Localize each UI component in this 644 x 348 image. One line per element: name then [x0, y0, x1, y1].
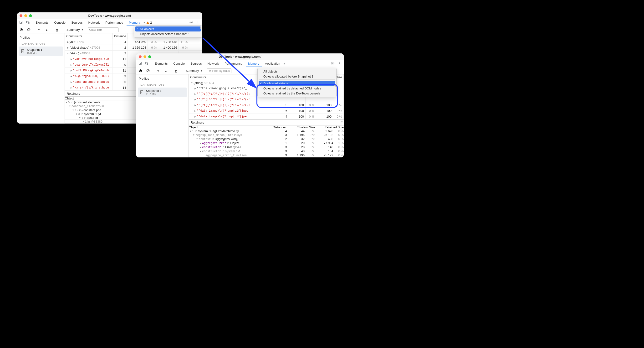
col-retained[interactable]: Retained Size — [315, 125, 344, 129]
col-distance[interactable]: Distance▲ — [269, 125, 287, 129]
device-icon[interactable] — [25, 20, 31, 26]
snapshots-section-label: HEAP SNAPSHOTS — [136, 81, 188, 87]
dropdown-option[interactable]: Objects allocated before Snapshot 1 — [135, 32, 201, 37]
view-selector[interactable]: Summary ▼ — [64, 28, 85, 32]
titlebar[interactable]: DevTools - www.google.com/ — [136, 54, 344, 60]
devtools-window-2: DevTools - www.google.com/ Elements Cons… — [136, 54, 344, 157]
tab-elements[interactable]: Elements — [152, 60, 170, 67]
col-constructor[interactable]: Constructor — [65, 33, 112, 39]
divider — [258, 79, 335, 80]
menu-icon[interactable]: ≡ — [341, 120, 343, 124]
snapshot-size: 11.7 MB — [146, 93, 162, 95]
upload-icon[interactable] — [156, 68, 161, 74]
tab-sources[interactable]: Sources — [69, 19, 85, 26]
retainers-columns: Object Distance▲ Shallow Size Retained S… — [189, 125, 344, 129]
table-row[interactable]: ▶constructor in system / M3400 %1040 % — [189, 149, 344, 153]
dropdown-option[interactable]: Objects retained by detached DOM nodes — [258, 86, 335, 91]
clear-icon[interactable] — [146, 68, 151, 74]
col-distance[interactable]: Distance — [112, 33, 128, 39]
titlebar[interactable]: DevTools - www.google.com/ — [17, 13, 202, 19]
kebab-icon[interactable]: ⋮ — [336, 61, 342, 67]
chevron-down-icon: ▼ — [81, 29, 84, 31]
close-icon[interactable] — [20, 14, 22, 17]
dropdown-option[interactable]: ✓ All objects — [135, 27, 201, 32]
tab-application[interactable]: Application — [263, 60, 283, 67]
view-selector[interactable]: Summary ▼ — [184, 69, 204, 73]
inspect-icon[interactable] — [18, 20, 24, 26]
tab-network[interactable]: Network — [86, 19, 102, 26]
table-row[interactable]: aggregate_error_function31 1960 %25 1920… — [189, 153, 344, 157]
gc-icon[interactable] — [174, 68, 179, 74]
chevron-down-icon: ▼ — [200, 70, 202, 72]
device-icon[interactable] — [144, 61, 150, 67]
clear-icon[interactable] — [26, 27, 32, 33]
record-icon[interactable] — [18, 27, 24, 33]
table-row[interactable]: ▼regexp_last_match_info in sys31 1960 %2… — [189, 133, 344, 137]
more-tabs-icon[interactable]: » — [284, 62, 285, 65]
gear-icon[interactable] — [188, 20, 194, 26]
class-filter-input[interactable]: Filter by class — [207, 69, 232, 73]
class-filter-input[interactable] — [88, 28, 119, 32]
tab-console[interactable]: Console — [171, 60, 187, 67]
dropdown-option[interactable]: Objects retained by the DevTools console — [258, 91, 335, 96]
object-filter-dropdown[interactable]: ✓ All objects Objects allocated before S… — [134, 25, 202, 38]
upload-icon[interactable] — [36, 27, 42, 33]
check-icon: ✓ — [260, 82, 262, 85]
more-tabs-icon[interactable]: » — [144, 21, 145, 24]
gc-icon[interactable] — [54, 27, 60, 33]
table-row[interactable]: ▶"^data:image\\/(?:bmp|gif|jpeg61000 %10… — [189, 108, 344, 114]
tab-console[interactable]: Console — [52, 19, 68, 26]
download-icon[interactable] — [44, 27, 49, 33]
table-row[interactable]: ▼context in AggregateError()2320 %4080 % — [189, 137, 344, 141]
zoom-icon[interactable] — [29, 14, 32, 17]
snapshot-icon — [140, 90, 144, 94]
table-row[interactable]: ▶AggregateError in Object1200 %77 9041 % — [189, 141, 344, 145]
tab-performance[interactable]: Performance — [222, 60, 244, 67]
close-icon[interactable] — [139, 55, 142, 58]
dropdown-option-label: All objects — [140, 27, 154, 31]
warning-badge[interactable]: 2 — [146, 21, 152, 24]
gear-icon[interactable] — [330, 61, 336, 67]
tab-network[interactable]: Network — [205, 60, 222, 67]
col-object[interactable]: Object — [189, 125, 269, 129]
tab-elements[interactable]: Elements — [33, 19, 51, 26]
svg-rect-8 — [56, 29, 58, 31]
record-icon[interactable] — [138, 68, 143, 74]
scrollbar-thumb[interactable] — [334, 84, 336, 87]
snapshot-icon — [21, 49, 25, 53]
tab-memory[interactable]: Memory — [126, 19, 142, 26]
kebab-icon[interactable]: ⋮ — [195, 20, 201, 26]
dropdown-option[interactable]: ✓ Duplicated strings — [258, 81, 335, 86]
svg-line-18 — [147, 70, 149, 72]
download-icon[interactable] — [163, 68, 168, 74]
window-controls[interactable] — [20, 14, 32, 17]
tab-performance[interactable]: Performance — [103, 19, 125, 26]
view-selector-label: Summary — [66, 28, 80, 32]
dropdown-option-label: Objects allocated before Snapshot 1 — [263, 75, 314, 78]
dropdown-option[interactable]: All objects — [258, 69, 335, 74]
zoom-icon[interactable] — [148, 55, 151, 58]
table-row[interactable]: ▶(object shape) ×2700821 359 1049 %1 400… — [65, 45, 202, 51]
table-row[interactable]: ▼1 in system / RegExpMatchInfo @4440 %2 … — [189, 129, 344, 133]
window-controls[interactable] — [139, 55, 151, 58]
table-row[interactable]: ▶"^(?:([^:/?#.]+):)?(?:\\/\\/(?: — [189, 97, 344, 102]
minimize-icon[interactable] — [24, 14, 27, 17]
table-row[interactable]: ▶"^(?:([^:/?#.]+):)?(?:\\/\\/(?:51800 %1… — [189, 102, 344, 108]
snapshot-name: Snapshot 1 — [27, 48, 42, 52]
svg-rect-19 — [176, 70, 177, 72]
tab-sources[interactable]: Sources — [188, 60, 204, 67]
snapshot-item[interactable]: Snapshot 1 11.7 MB — [138, 88, 187, 97]
tab-memory[interactable]: Memory — [246, 60, 262, 67]
snapshot-item[interactable]: Snapshot 1 15.8 MB — [18, 47, 63, 56]
table-row[interactable]: ▶constructor in Error @5413280 %1480 % — [189, 145, 344, 149]
scrollbar-thumb[interactable] — [200, 27, 202, 29]
inspect-icon[interactable] — [138, 61, 144, 67]
dropdown-option[interactable]: Objects allocated before Snapshot 1 — [258, 74, 335, 79]
col-shallow[interactable]: Shallow Size — [287, 125, 315, 129]
minimize-icon[interactable] — [144, 55, 146, 58]
table-row[interactable]: ▶"^data:image\\/(?:bmp|gif|jpeg41000 %10… — [189, 114, 344, 120]
table-row[interactable]: ▶yn ×116244464 9603 %1 738 44811 % — [65, 39, 202, 45]
profiles-label: Profiles — [136, 74, 188, 81]
dropdown-option-label: Duplicated strings — [263, 82, 288, 85]
object-filter-dropdown[interactable]: All objects Objects allocated before Sna… — [258, 68, 336, 97]
